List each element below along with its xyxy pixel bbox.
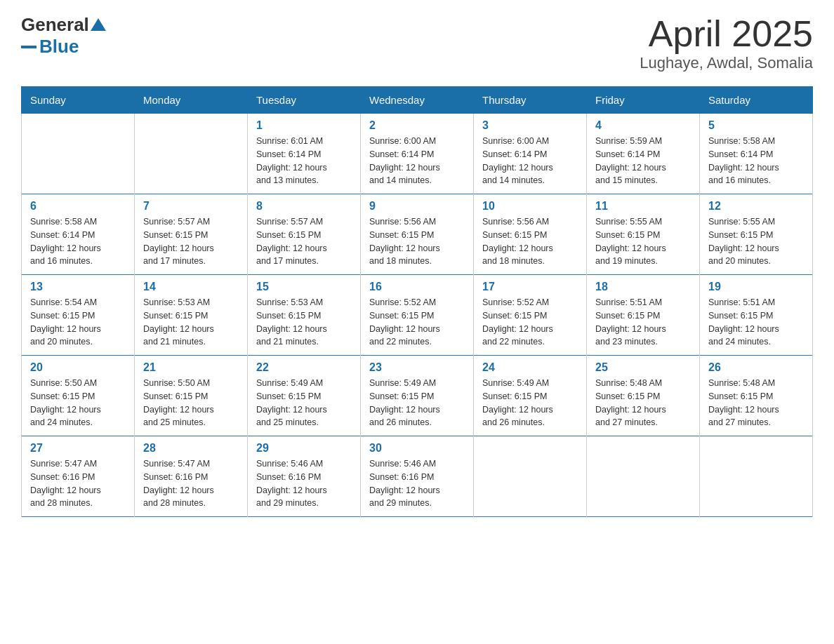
svg-marker-0 [91, 18, 106, 31]
logo-blue-text: Blue [39, 36, 79, 58]
day-info: Sunrise: 5:53 AM Sunset: 6:15 PM Dayligh… [143, 296, 239, 349]
calendar-day-cell: 20Sunrise: 5:50 AM Sunset: 6:15 PM Dayli… [22, 356, 135, 436]
title-block: April 2025 Lughaye, Awdal, Somalia [640, 14, 813, 72]
calendar-week-row: 1Sunrise: 6:01 AM Sunset: 6:14 PM Daylig… [22, 114, 813, 194]
day-number: 28 [143, 442, 239, 455]
day-info: Sunrise: 5:48 AM Sunset: 6:15 PM Dayligh… [708, 377, 804, 429]
day-number: 20 [30, 361, 126, 374]
calendar-day-cell: 29Sunrise: 5:46 AM Sunset: 6:16 PM Dayli… [248, 436, 361, 517]
day-number: 21 [143, 361, 239, 374]
calendar-day-cell: 3Sunrise: 6:00 AM Sunset: 6:14 PM Daylig… [474, 114, 587, 194]
day-number: 15 [256, 281, 352, 293]
day-info: Sunrise: 6:01 AM Sunset: 6:14 PM Dayligh… [256, 135, 352, 187]
day-of-week-header: Tuesday [248, 87, 361, 114]
day-info: Sunrise: 5:57 AM Sunset: 6:15 PM Dayligh… [143, 215, 239, 268]
calendar-day-cell: 26Sunrise: 5:48 AM Sunset: 6:15 PM Dayli… [700, 356, 813, 436]
calendar-day-cell: 10Sunrise: 5:56 AM Sunset: 6:15 PM Dayli… [474, 194, 587, 275]
page-header: General Blue April 2025 Lughaye, Awdal, … [21, 14, 813, 72]
calendar-day-cell [135, 114, 248, 194]
day-number: 22 [256, 361, 352, 374]
calendar-day-cell: 1Sunrise: 6:01 AM Sunset: 6:14 PM Daylig… [248, 114, 361, 194]
calendar-day-cell: 5Sunrise: 5:58 AM Sunset: 6:14 PM Daylig… [700, 114, 813, 194]
calendar-title: April 2025 [640, 14, 813, 54]
day-info: Sunrise: 5:58 AM Sunset: 6:14 PM Dayligh… [708, 135, 804, 187]
calendar-day-cell: 15Sunrise: 5:53 AM Sunset: 6:15 PM Dayli… [248, 275, 361, 356]
day-number: 23 [369, 361, 465, 374]
day-info: Sunrise: 5:56 AM Sunset: 6:15 PM Dayligh… [369, 215, 465, 268]
calendar-day-cell: 2Sunrise: 6:00 AM Sunset: 6:14 PM Daylig… [361, 114, 474, 194]
calendar-day-cell: 7Sunrise: 5:57 AM Sunset: 6:15 PM Daylig… [135, 194, 248, 275]
day-number: 11 [595, 200, 691, 213]
calendar-day-cell: 9Sunrise: 5:56 AM Sunset: 6:15 PM Daylig… [361, 194, 474, 275]
day-number: 16 [369, 281, 465, 293]
calendar-day-cell: 4Sunrise: 5:59 AM Sunset: 6:14 PM Daylig… [587, 114, 700, 194]
calendar-header-row: SundayMondayTuesdayWednesdayThursdayFrid… [22, 87, 813, 114]
day-number: 18 [595, 281, 691, 293]
day-info: Sunrise: 5:58 AM Sunset: 6:14 PM Dayligh… [30, 215, 126, 268]
day-number: 2 [369, 119, 465, 132]
calendar-subtitle: Lughaye, Awdal, Somalia [640, 54, 813, 72]
calendar-day-cell: 24Sunrise: 5:49 AM Sunset: 6:15 PM Dayli… [474, 356, 587, 436]
calendar-week-row: 13Sunrise: 5:54 AM Sunset: 6:15 PM Dayli… [22, 275, 813, 356]
day-number: 5 [708, 119, 804, 132]
calendar-day-cell: 28Sunrise: 5:47 AM Sunset: 6:16 PM Dayli… [135, 436, 248, 517]
calendar-day-cell [22, 114, 135, 194]
day-number: 3 [482, 119, 578, 132]
calendar-day-cell: 22Sunrise: 5:49 AM Sunset: 6:15 PM Dayli… [248, 356, 361, 436]
day-info: Sunrise: 5:49 AM Sunset: 6:15 PM Dayligh… [369, 377, 465, 429]
logo: General Blue [21, 14, 106, 58]
day-number: 14 [143, 281, 239, 293]
calendar-table: SundayMondayTuesdayWednesdayThursdayFrid… [21, 86, 813, 517]
day-number: 30 [369, 442, 465, 455]
logo-triangle-icon [91, 18, 106, 31]
day-number: 6 [30, 200, 126, 213]
day-of-week-header: Saturday [700, 87, 813, 114]
calendar-day-cell [587, 436, 700, 517]
day-number: 27 [30, 442, 126, 455]
calendar-day-cell: 25Sunrise: 5:48 AM Sunset: 6:15 PM Dayli… [587, 356, 700, 436]
day-info: Sunrise: 5:53 AM Sunset: 6:15 PM Dayligh… [256, 296, 352, 349]
day-info: Sunrise: 5:48 AM Sunset: 6:15 PM Dayligh… [595, 377, 691, 429]
day-info: Sunrise: 5:55 AM Sunset: 6:15 PM Dayligh… [708, 215, 804, 268]
calendar-day-cell [700, 436, 813, 517]
calendar-day-cell: 21Sunrise: 5:50 AM Sunset: 6:15 PM Dayli… [135, 356, 248, 436]
day-number: 24 [482, 361, 578, 374]
day-info: Sunrise: 5:51 AM Sunset: 6:15 PM Dayligh… [595, 296, 691, 349]
calendar-day-cell: 14Sunrise: 5:53 AM Sunset: 6:15 PM Dayli… [135, 275, 248, 356]
day-number: 8 [256, 200, 352, 213]
day-of-week-header: Thursday [474, 87, 587, 114]
calendar-day-cell: 19Sunrise: 5:51 AM Sunset: 6:15 PM Dayli… [700, 275, 813, 356]
calendar-day-cell: 18Sunrise: 5:51 AM Sunset: 6:15 PM Dayli… [587, 275, 700, 356]
day-number: 9 [369, 200, 465, 213]
calendar-day-cell: 12Sunrise: 5:55 AM Sunset: 6:15 PM Dayli… [700, 194, 813, 275]
day-number: 19 [708, 281, 804, 293]
calendar-week-row: 27Sunrise: 5:47 AM Sunset: 6:16 PM Dayli… [22, 436, 813, 517]
day-info: Sunrise: 5:47 AM Sunset: 6:16 PM Dayligh… [143, 457, 239, 510]
day-of-week-header: Monday [135, 87, 248, 114]
day-number: 29 [256, 442, 352, 455]
day-of-week-header: Friday [587, 87, 700, 114]
day-number: 17 [482, 281, 578, 293]
day-info: Sunrise: 5:54 AM Sunset: 6:15 PM Dayligh… [30, 296, 126, 349]
day-number: 26 [708, 361, 804, 374]
day-info: Sunrise: 5:49 AM Sunset: 6:15 PM Dayligh… [256, 377, 352, 429]
day-number: 10 [482, 200, 578, 213]
day-info: Sunrise: 6:00 AM Sunset: 6:14 PM Dayligh… [482, 135, 578, 187]
day-info: Sunrise: 5:59 AM Sunset: 6:14 PM Dayligh… [595, 135, 691, 187]
calendar-week-row: 6Sunrise: 5:58 AM Sunset: 6:14 PM Daylig… [22, 194, 813, 275]
day-info: Sunrise: 5:46 AM Sunset: 6:16 PM Dayligh… [369, 457, 465, 510]
day-info: Sunrise: 6:00 AM Sunset: 6:14 PM Dayligh… [369, 135, 465, 187]
day-info: Sunrise: 5:49 AM Sunset: 6:15 PM Dayligh… [482, 377, 578, 429]
day-of-week-header: Sunday [22, 87, 135, 114]
day-of-week-header: Wednesday [361, 87, 474, 114]
day-number: 25 [595, 361, 691, 374]
day-info: Sunrise: 5:56 AM Sunset: 6:15 PM Dayligh… [482, 215, 578, 268]
calendar-day-cell: 13Sunrise: 5:54 AM Sunset: 6:15 PM Dayli… [22, 275, 135, 356]
day-number: 12 [708, 200, 804, 213]
calendar-day-cell: 27Sunrise: 5:47 AM Sunset: 6:16 PM Dayli… [22, 436, 135, 517]
calendar-day-cell: 11Sunrise: 5:55 AM Sunset: 6:15 PM Dayli… [587, 194, 700, 275]
calendar-day-cell: 23Sunrise: 5:49 AM Sunset: 6:15 PM Dayli… [361, 356, 474, 436]
calendar-day-cell: 30Sunrise: 5:46 AM Sunset: 6:16 PM Dayli… [361, 436, 474, 517]
calendar-day-cell: 16Sunrise: 5:52 AM Sunset: 6:15 PM Dayli… [361, 275, 474, 356]
logo-general-text: General [21, 14, 89, 36]
